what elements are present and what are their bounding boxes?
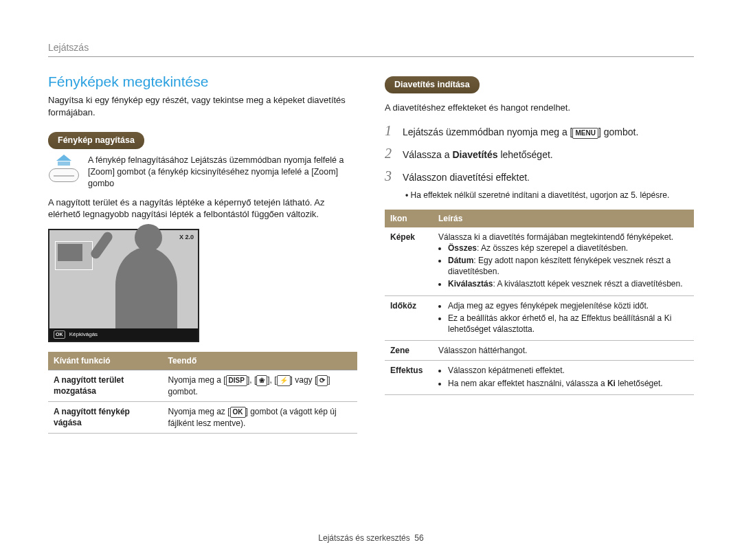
intro-text: Nagyítsa ki egy fénykép egy részét, vagy… bbox=[48, 94, 357, 118]
step-3: 3 Válasszon diavetítési effektet. bbox=[385, 167, 694, 186]
zoom-paragraph: A nagyított terület és a nagyítás lépték… bbox=[48, 197, 357, 221]
table-row: Zene Válasszon háttérhangot. bbox=[385, 341, 694, 361]
table-row: A nagyított fénykép vágása Nyomja meg az… bbox=[48, 402, 357, 434]
zoom-instruction: A fénykép felnagyításához Lejátszás üzem… bbox=[48, 155, 357, 190]
ok-icon: OK bbox=[54, 331, 65, 338]
icon-table: Ikon Leírás Képek Válassza ki a diavetít… bbox=[385, 210, 694, 395]
macro-key-icon: ❀ bbox=[256, 375, 267, 386]
page-title: Fényképek megtekintése bbox=[48, 72, 357, 91]
silhouette-icon bbox=[115, 247, 177, 330]
step-2: 2 Válassza a Diavetítés lehetőséget. bbox=[385, 144, 694, 163]
section-pill-slideshow: Diavetítés indítása bbox=[385, 76, 480, 93]
table-row: Effektus Válasszon képátmeneti effektet.… bbox=[385, 361, 694, 394]
table-row: Képek Válassza ki a diavetítés formájába… bbox=[385, 227, 694, 295]
crop-label: Képkivágás bbox=[69, 331, 98, 337]
right-column: Diavetítés indítása A diavetítéshez effe… bbox=[385, 72, 694, 434]
camera-screen-preview: X 2.0 OK Képkivágás bbox=[48, 229, 199, 342]
navigator-box-icon bbox=[55, 241, 93, 270]
slideshow-intro: A diavetítéshez effekteket és hangot ren… bbox=[385, 102, 694, 114]
page-header: Lejátszás bbox=[48, 41, 694, 57]
breadcrumb: Lejátszás bbox=[48, 42, 89, 53]
left-column: Fényképek megtekintése Nagyítsa ki egy f… bbox=[48, 72, 357, 434]
step-3-note: Ha effektek nélkül szeretné indítani a d… bbox=[405, 190, 694, 201]
zoom-lever-icon bbox=[48, 155, 80, 190]
disp-key-icon: DISP bbox=[226, 375, 247, 386]
section-pill-zoom: Fénykép nagyítása bbox=[48, 132, 144, 149]
menu-key-icon: MENU bbox=[572, 128, 598, 139]
function-table: Kívánt funkció Teendő A nagyított terüle… bbox=[48, 352, 357, 434]
timer-key-icon: ⟳ bbox=[317, 375, 328, 386]
step-list: 1 Lejátszás üzemmódban nyomja meg a [MEN… bbox=[385, 122, 694, 201]
zoom-level: X 2.0 bbox=[179, 233, 194, 241]
icon-head-1: Ikon bbox=[385, 210, 433, 227]
table-row: A nagyított terület mozgatása Nyomja meg… bbox=[48, 370, 357, 402]
zoom-instruction-text: A fénykép felnagyításához Lejátszás üzem… bbox=[88, 155, 357, 190]
step-1: 1 Lejátszás üzemmódban nyomja meg a [MEN… bbox=[385, 122, 694, 140]
page-footer: Lejátszás és szerkesztés 56 bbox=[0, 533, 742, 544]
func-head-1: Kívánt funkció bbox=[48, 352, 163, 370]
table-row: Időköz Adja meg az egyes fényképek megje… bbox=[385, 295, 694, 341]
flash-key-icon: ⚡ bbox=[277, 375, 291, 386]
icon-head-2: Leírás bbox=[433, 210, 694, 227]
func-head-2: Teendő bbox=[163, 352, 358, 370]
ok-key-icon: OK bbox=[230, 407, 246, 418]
